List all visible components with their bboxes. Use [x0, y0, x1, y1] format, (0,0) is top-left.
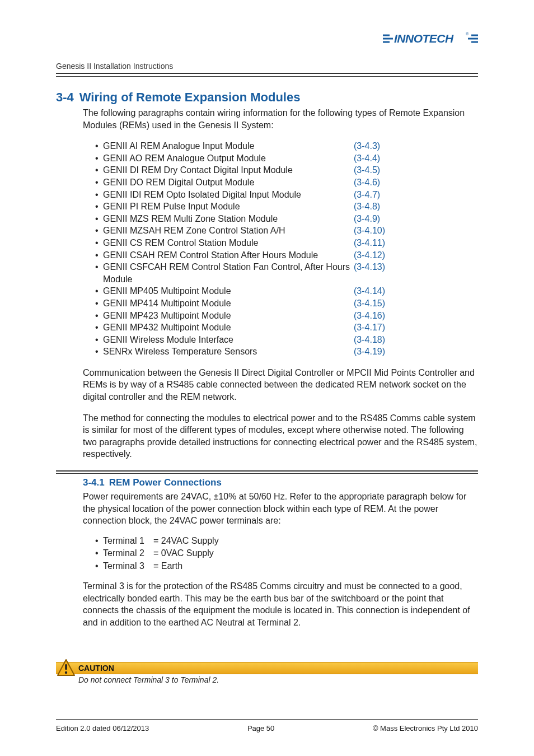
module-name: GENII IDI REM Opto Isolated Digital Inpu… — [103, 189, 354, 201]
subsection-heading: 3-4.1 REM Power Connections — [83, 477, 478, 488]
module-name: GENII MP414 Multipoint Module — [103, 297, 354, 310]
terminal-row: •Terminal 3= Earth — [95, 560, 478, 572]
bullet-icon: • — [95, 334, 103, 346]
module-name: GENII CSFCAH REM Control Station Fan Con… — [103, 261, 354, 285]
module-ref-link[interactable]: (3-4.3) — [354, 140, 380, 152]
bullet-icon: • — [95, 297, 103, 310]
section-intro: The following paragraphs contain wiring … — [83, 107, 478, 131]
module-ref-link[interactable]: (3-4.14) — [354, 285, 385, 297]
module-row: •GENII CSAH REM Control Station After Ho… — [95, 249, 478, 262]
section-heading: 3-4 Wiring of Remote Expansion Modules — [56, 90, 478, 105]
module-row: •GENII IDI REM Opto Isolated Digital Inp… — [95, 189, 478, 201]
module-name: GENII CS REM Control Station Module — [103, 237, 354, 249]
module-name: GENII MP423 Multipoint Module — [103, 310, 354, 322]
terminal-row: •Terminal 2= 0VAC Supply — [95, 547, 478, 559]
brand-logo: INNOTECH ® — [383, 31, 478, 49]
module-row: •GENII MP432 Multipoint Module(3-4.17) — [95, 321, 478, 334]
module-row: •GENII PI REM Pulse Input Module(3-4.8) — [95, 200, 478, 213]
terminal-value: = 0VAC Supply — [153, 547, 214, 559]
section-para-3: The method for connecting the modules to… — [83, 412, 478, 460]
bullet-icon: • — [95, 213, 103, 225]
terminal-name: Terminal 3 — [103, 560, 153, 572]
module-row: •GENII AO REM Analogue Output Module(3-4… — [95, 152, 478, 165]
bullet-icon: • — [95, 346, 103, 358]
module-name: SENRx Wireless Temperature Sensors — [103, 346, 354, 358]
footer-copyright: © Mass Electronics Pty Ltd 2010 — [373, 724, 478, 732]
module-name: GENII MP405 Multipoint Module — [103, 285, 354, 297]
module-ref-link[interactable]: (3-4.7) — [354, 189, 380, 201]
bullet-icon: • — [95, 249, 103, 262]
module-ref-link[interactable]: (3-4.18) — [354, 334, 385, 346]
module-row: •GENII MZSAH REM Zone Control Station A/… — [95, 225, 478, 237]
module-ref-link[interactable]: (3-4.4) — [354, 152, 380, 165]
bullet-icon: • — [95, 560, 103, 572]
caution-icon — [57, 659, 76, 679]
module-row: •GENII CSFCAH REM Control Station Fan Co… — [95, 261, 478, 285]
terminal-row: •Terminal 1= 24VAC Supply — [95, 535, 478, 547]
module-ref-link[interactable]: (3-4.12) — [354, 249, 385, 262]
caution-label: CAUTION — [78, 664, 114, 673]
terminal-name: Terminal 2 — [103, 547, 153, 559]
bullet-icon: • — [95, 237, 103, 249]
bullet-icon: • — [95, 189, 103, 201]
module-ref-link[interactable]: (3-4.11) — [354, 237, 385, 249]
bullet-icon: • — [95, 261, 103, 285]
module-ref-link[interactable]: (3-4.13) — [354, 261, 385, 285]
module-row: •GENII MP414 Multipoint Module(3-4.15) — [95, 297, 478, 310]
module-ref-link[interactable]: (3-4.16) — [354, 310, 385, 322]
module-name: GENII MZS REM Multi Zone Station Module — [103, 213, 354, 225]
bullet-icon: • — [95, 547, 103, 559]
module-row: •GENII Wireless Module Interface(3-4.18) — [95, 334, 478, 346]
subsection-para-1: Power requirements are 24VAC, ±10% at 50… — [83, 491, 478, 527]
subsection-title: REM Power Connections — [109, 477, 222, 488]
section-title: Wiring of Remote Expansion Modules — [79, 90, 301, 105]
module-row: •GENII MP405 Multipoint Module(3-4.14) — [95, 285, 478, 297]
bullet-icon: • — [95, 164, 103, 176]
bullet-icon: • — [95, 200, 103, 213]
module-row: •GENII CS REM Control Station Module(3-4… — [95, 237, 478, 249]
page-footer: Edition 2.0 dated 06/12/2013 Page 50 © M… — [56, 719, 478, 732]
footer-edition: Edition 2.0 dated 06/12/2013 — [56, 724, 149, 732]
module-name: GENII PI REM Pulse Input Module — [103, 200, 354, 213]
module-name: GENII Wireless Module Interface — [103, 334, 354, 346]
terminal-value: = 24VAC Supply — [153, 535, 219, 547]
module-name: GENII AO REM Analogue Output Module — [103, 152, 354, 165]
module-ref-link[interactable]: (3-4.15) — [354, 297, 385, 310]
module-name: GENII MP432 Multipoint Module — [103, 321, 354, 334]
module-ref-link[interactable]: (3-4.9) — [354, 213, 380, 225]
svg-text:INNOTECH: INNOTECH — [394, 32, 454, 45]
section-para-2: Communication between the Genesis II Dir… — [83, 367, 478, 403]
header-rule — [56, 73, 478, 77]
subsection-number: 3-4.1 — [83, 477, 105, 488]
footer-page: Page 50 — [247, 724, 274, 732]
module-ref-link[interactable]: (3-4.8) — [354, 200, 380, 213]
terminal-list: •Terminal 1= 24VAC Supply•Terminal 2= 0V… — [95, 535, 478, 572]
module-ref-link[interactable]: (3-4.19) — [354, 346, 385, 358]
bullet-icon: • — [95, 140, 103, 152]
module-ref-link[interactable]: (3-4.5) — [354, 164, 380, 176]
svg-rect-9 — [65, 664, 67, 670]
bullet-icon: • — [95, 535, 103, 547]
module-row: •GENII MP423 Multipoint Module(3-4.16) — [95, 310, 478, 322]
bullet-icon: • — [95, 310, 103, 322]
bullet-icon: • — [95, 176, 103, 189]
caution-text: Do not connect Terminal 3 to Terminal 2. — [56, 675, 478, 684]
module-name: GENII DI REM Dry Contact Digital Input M… — [103, 164, 354, 176]
module-name: GENII DO REM Digital Output Module — [103, 176, 354, 189]
terminal-name: Terminal 1 — [103, 535, 153, 547]
module-name: GENII AI REM Analogue Input Module — [103, 140, 354, 152]
svg-point-10 — [65, 671, 67, 674]
module-ref-link[interactable]: (3-4.10) — [354, 225, 385, 237]
module-ref-link[interactable]: (3-4.17) — [354, 321, 385, 334]
module-name: GENII CSAH REM Control Station After Hou… — [103, 249, 354, 262]
subsection-para-2: Terminal 3 is for the protection of the … — [83, 580, 478, 628]
module-row: •GENII AI REM Analogue Input Module(3-4.… — [95, 140, 478, 152]
module-ref-link[interactable]: (3-4.6) — [354, 176, 380, 189]
svg-text:®: ® — [466, 32, 469, 36]
section-number: 3-4 — [56, 90, 74, 105]
module-list: •GENII AI REM Analogue Input Module(3-4.… — [95, 140, 478, 358]
module-row: •GENII MZS REM Multi Zone Station Module… — [95, 213, 478, 225]
bullet-icon: • — [95, 152, 103, 165]
module-name: GENII MZSAH REM Zone Control Station A/H — [103, 225, 354, 237]
module-row: •GENII DO REM Digital Output Module(3-4.… — [95, 176, 478, 189]
